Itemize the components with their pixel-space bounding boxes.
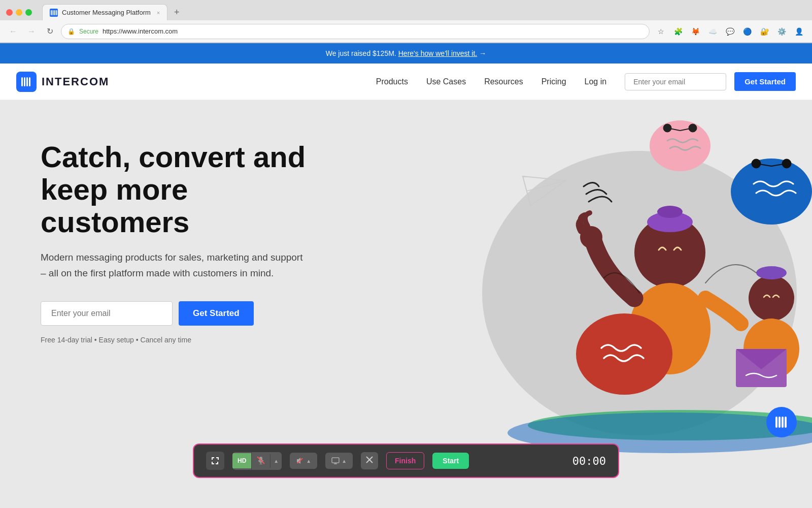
extension-icon-7[interactable]: ⚙️ (774, 24, 789, 39)
svg-point-25 (657, 206, 683, 218)
browser-chrome: Customer Messaging Platform × + ← → ↻ 🔒 … (0, 0, 812, 43)
svg-point-14 (731, 158, 812, 225)
nav-products[interactable]: Products (376, 77, 408, 86)
nav-resources[interactable]: Resources (484, 77, 523, 86)
tab-favicon (50, 9, 58, 17)
svg-rect-37 (779, 417, 781, 428)
profile-icon[interactable]: 👤 (792, 24, 806, 39)
svg-point-30 (756, 266, 787, 279)
logo[interactable]: INTERCOM (16, 72, 109, 92)
browser-toolbar: ← → ↻ 🔒 Secure https://www.intercom.com … (0, 20, 812, 43)
hero-content: Catch, convert and keep more customers M… (41, 131, 306, 344)
hero-illustration (426, 100, 812, 488)
svg-rect-1 (53, 10, 54, 15)
announcement-banner: We just raised $125M. Here's how we'll i… (0, 43, 812, 64)
active-tab[interactable]: Customer Messaging Platform × (42, 4, 167, 20)
svg-rect-6 (26, 77, 28, 86)
svg-rect-3 (56, 10, 57, 15)
screen-button[interactable]: ▲ (325, 453, 353, 469)
announcement-text: We just raised $125M. (326, 49, 396, 57)
extension-icon-6[interactable]: 🔐 (757, 24, 771, 39)
back-button[interactable]: ← (6, 24, 20, 39)
refresh-button[interactable]: ↻ (43, 24, 57, 39)
svg-point-9 (650, 120, 710, 171)
bookmark-btn[interactable]: ☆ (654, 24, 668, 39)
svg-rect-4 (21, 77, 23, 86)
extension-icon-2[interactable]: 🦊 (688, 24, 702, 39)
mic-settings-button[interactable]: ▲ (270, 454, 282, 468)
hero-title: Catch, convert and keep more customers (41, 141, 306, 238)
svg-point-29 (749, 275, 794, 321)
svg-rect-2 (54, 10, 55, 15)
logo-icon (16, 72, 37, 92)
address-bar[interactable]: 🔒 Secure https://www.intercom.com (61, 24, 650, 39)
minimize-window-btn[interactable] (16, 9, 22, 16)
toolbar-icons: ☆ 🧩 🦊 ☁️ 💬 🔵 🔐 ⚙️ 👤 (654, 24, 806, 39)
url-text: https://www.intercom.com (103, 27, 178, 35)
maximize-window-btn[interactable] (25, 9, 32, 16)
svg-rect-39 (785, 417, 787, 428)
hero-cta: Get Started (41, 301, 306, 326)
hero-section: Catch, convert and keep more customers M… (0, 100, 812, 488)
secure-label: Secure (79, 28, 98, 35)
nav-right: Get Started (625, 72, 796, 91)
tab-title: Customer Messaging Platform (62, 9, 151, 16)
hero-subtitle: Modern messaging products for sales, mar… (41, 250, 304, 281)
expand-button[interactable] (206, 452, 224, 470)
nav-use-cases[interactable]: Use Cases (426, 77, 466, 86)
mic-mute-button[interactable] (251, 452, 270, 470)
finish-button[interactable]: Finish (386, 452, 424, 469)
forward-button[interactable]: → (24, 24, 39, 39)
announcement-link[interactable]: Here's how we'll invest it. (398, 49, 478, 57)
hero-fine-print: Free 14-day trial • Easy setup • Cancel … (41, 336, 306, 344)
nav-get-started-button[interactable]: Get Started (734, 72, 796, 91)
traffic-lights (6, 9, 32, 16)
tab-close-btn[interactable]: × (157, 10, 160, 16)
title-bar: Customer Messaging Platform × + (0, 0, 812, 20)
new-tab-button[interactable]: + (170, 5, 184, 19)
tab-bar: Customer Messaging Platform × + (42, 4, 184, 20)
nav-pricing[interactable]: Pricing (542, 77, 566, 86)
svg-rect-44 (332, 458, 339, 463)
hd-button[interactable]: HD (232, 453, 251, 468)
nav-login[interactable]: Log in (585, 77, 607, 86)
logo-text: INTERCOM (42, 75, 109, 88)
start-button[interactable]: Start (432, 453, 469, 469)
svg-rect-0 (51, 10, 52, 15)
recording-timer: 00:00 (572, 455, 606, 467)
hd-mic-group: HD ▲ (232, 452, 282, 470)
audio-button[interactable]: ▲ (290, 453, 317, 469)
svg-rect-38 (782, 417, 784, 428)
extension-icon-1[interactable]: 🧩 (671, 24, 685, 39)
svg-rect-7 (29, 77, 30, 86)
nav-email-input[interactable] (625, 73, 726, 90)
svg-point-28 (576, 313, 672, 395)
svg-rect-36 (775, 417, 777, 428)
extension-icon-3[interactable]: ☁️ (705, 24, 720, 39)
close-window-btn[interactable] (6, 9, 13, 16)
hero-email-input[interactable] (41, 301, 173, 326)
svg-rect-5 (24, 77, 25, 86)
announcement-arrow: → (479, 49, 486, 57)
secure-icon: 🔒 (67, 28, 75, 35)
extension-icon-5[interactable]: 🔵 (740, 24, 754, 39)
hero-get-started-button[interactable]: Get Started (179, 301, 254, 326)
nav-links: Products Use Cases Resources Pricing Log… (376, 77, 606, 86)
extension-icon-4[interactable]: 💬 (723, 24, 737, 39)
intercom-chat-bubble[interactable] (766, 407, 797, 437)
website-content: We just raised $125M. Here's how we'll i… (0, 43, 812, 488)
close-recording-button[interactable] (361, 452, 378, 469)
main-nav: INTERCOM Products Use Cases Resources Pr… (0, 64, 812, 100)
recording-toolbar: HD ▲ ▲ ▲ Finish Sta (193, 443, 619, 478)
